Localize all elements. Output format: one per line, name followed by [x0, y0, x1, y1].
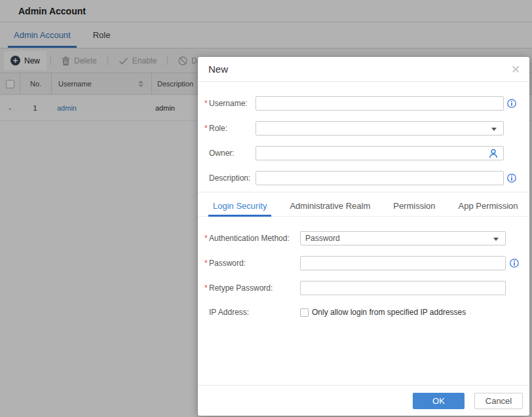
ip-restriction-checkbox-label[interactable]: Only allow login from specified IP addre… — [312, 305, 466, 319]
password-row: *Password: — [198, 256, 529, 270]
dialog-title: New — [208, 63, 228, 75]
username-input[interactable] — [256, 96, 504, 111]
username-label: *Username: — [209, 96, 248, 111]
dialog-header: New ✕ — [198, 57, 529, 82]
dialog-tabs: Login Security Administrative Realm Perm… — [198, 192, 529, 217]
retype-password-row: *Retype Password: — [198, 281, 529, 295]
password-label: *Password: — [209, 256, 246, 270]
info-icon[interactable] — [507, 173, 516, 185]
info-icon[interactable] — [507, 99, 516, 110]
chevron-down-icon — [493, 238, 499, 241]
info-icon[interactable] — [510, 259, 519, 270]
tab-permission[interactable]: Permission — [389, 196, 440, 216]
password-input[interactable] — [300, 256, 506, 270]
role-label: *Role: — [209, 121, 227, 136]
ip-address-label: IP Address: — [209, 305, 249, 319]
tab-administrative-realm[interactable]: Administrative Realm — [285, 196, 375, 216]
required-asterisk: * — [204, 281, 208, 295]
role-select[interactable] — [256, 121, 504, 136]
ip-restriction-checkbox[interactable] — [300, 308, 309, 317]
tab-administrative-realm-label: Administrative Realm — [290, 201, 370, 211]
login-security-panel: *Authentication Method: Password *Passwo… — [198, 217, 529, 385]
description-row: Description: — [198, 171, 529, 185]
role-row: *Role: — [198, 121, 529, 136]
close-icon[interactable]: ✕ — [510, 63, 522, 75]
owner-row: Owner: — [198, 146, 529, 160]
cancel-button-label: Cancel — [485, 396, 512, 406]
owner-input[interactable] — [256, 146, 504, 160]
required-asterisk: * — [204, 96, 208, 111]
username-row: *Username: — [198, 96, 529, 111]
description-input[interactable] — [256, 171, 504, 185]
ok-button-label: OK — [432, 396, 445, 406]
required-asterisk: * — [204, 121, 208, 136]
chevron-down-icon — [491, 128, 497, 131]
new-user-dialog: New ✕ *Username: *Role: Owner: — [198, 57, 529, 416]
tab-login-security[interactable]: Login Security — [208, 196, 271, 216]
tab-login-security-label: Login Security — [213, 201, 267, 211]
auth-method-row: *Authentication Method: Password — [198, 231, 529, 245]
person-icon[interactable] — [489, 149, 498, 160]
dialog-footer: OK Cancel — [198, 385, 529, 416]
auth-method-label: *Authentication Method: — [209, 231, 290, 245]
required-asterisk: * — [204, 231, 208, 245]
tab-app-permission[interactable]: App Permission — [454, 196, 523, 216]
retype-password-input[interactable] — [300, 281, 506, 295]
retype-password-label: *Retype Password: — [209, 281, 273, 295]
owner-label: Owner: — [209, 146, 235, 160]
required-asterisk: * — [204, 256, 208, 270]
cancel-button[interactable]: Cancel — [474, 393, 523, 409]
description-label: Description: — [209, 171, 250, 185]
ip-address-row: IP Address: Only allow login from specif… — [198, 305, 529, 319]
dialog-upper-form: *Username: *Role: Owner: Descriptio — [198, 82, 529, 192]
ok-button[interactable]: OK — [413, 393, 465, 409]
tab-permission-label: Permission — [393, 201, 435, 211]
auth-method-select[interactable]: Password — [300, 231, 506, 245]
tab-app-permission-label: App Permission — [459, 201, 518, 211]
